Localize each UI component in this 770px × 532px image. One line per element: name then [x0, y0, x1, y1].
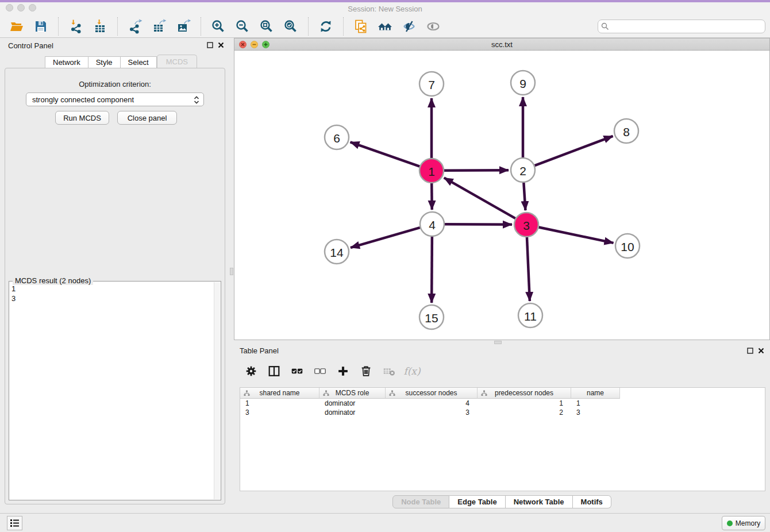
cell-successor-nodes[interactable]: 3 [386, 408, 478, 417]
graph-node-15[interactable]: 15 [419, 305, 444, 329]
cell-successor-nodes[interactable]: 4 [386, 399, 478, 408]
graph-node-9[interactable]: 9 [511, 71, 535, 95]
search-input[interactable] [598, 20, 765, 33]
edge-1-6[interactable] [351, 142, 420, 166]
control-panel-title: Control Panel [8, 41, 53, 50]
zoom-out-button[interactable] [234, 18, 251, 35]
cell-shared-name[interactable]: 3 [240, 408, 319, 417]
cell-MCDS-role[interactable]: dominator [319, 408, 386, 417]
float-panel-icon[interactable] [207, 42, 213, 48]
apply-layout-button[interactable] [317, 18, 334, 35]
cell-predecessor-nodes[interactable]: 2 [478, 408, 571, 417]
criterion-dropdown[interactable]: strongly connected component [26, 92, 204, 106]
edge-2-3[interactable] [523, 183, 525, 210]
new-network-from-selection-button[interactable] [352, 18, 369, 35]
result-scrollbar[interactable] [214, 282, 220, 499]
horizontal-split-divider[interactable] [234, 340, 770, 345]
tab-network-table[interactable]: Network Table [506, 495, 573, 508]
edge-4-15[interactable] [432, 237, 432, 303]
minimize-frame-icon[interactable] [251, 41, 258, 48]
cell-name[interactable]: 1 [571, 399, 620, 408]
graph-node-7[interactable]: 7 [419, 72, 444, 96]
cell-MCDS-role[interactable]: dominator [319, 399, 386, 408]
edge-1-2[interactable] [444, 170, 509, 171]
svg-text:4: 4 [429, 218, 436, 232]
export-image-button[interactable] [175, 18, 192, 35]
column-header-successor-nodes[interactable]: successor nodes [386, 388, 478, 399]
table-settings-button[interactable] [242, 363, 260, 380]
tab-motifs[interactable]: Motifs [573, 495, 611, 508]
float-panel-icon[interactable] [747, 348, 753, 354]
tab-node-table[interactable]: Node Table [392, 495, 449, 508]
graph-node-10[interactable]: 10 [615, 234, 640, 258]
delete-table-button[interactable] [380, 363, 398, 380]
export-network-button[interactable] [126, 18, 144, 35]
graph-node-4[interactable]: 4 [420, 212, 444, 236]
graph-node-6[interactable]: 6 [325, 125, 349, 149]
close-panel-icon[interactable] [218, 42, 224, 48]
column-header-MCDS-role[interactable]: MCDS role [319, 388, 386, 399]
graph-node-3[interactable]: 3 [514, 213, 538, 237]
close-panel-button[interactable]: Close panel [117, 111, 177, 125]
tab-edge-table[interactable]: Edge Table [449, 495, 505, 508]
column-header-name[interactable]: name [571, 388, 620, 399]
run-mcds-button[interactable]: Run MCDS [55, 111, 109, 125]
close-panel-icon[interactable] [758, 348, 764, 354]
import-table-button[interactable] [91, 18, 109, 35]
zoom-in-button[interactable] [210, 18, 227, 35]
column-header-predecessor-nodes[interactable]: predecessor nodes [478, 388, 571, 399]
graph-node-14[interactable]: 14 [325, 240, 349, 264]
memory-button[interactable]: Memory [722, 516, 765, 530]
vertical-split-divider[interactable] [230, 38, 234, 513]
edge-3-10[interactable] [539, 228, 614, 243]
deselect-all-checkboxes-button[interactable] [311, 363, 329, 380]
mcds-result-list[interactable]: 1 3 [11, 284, 213, 498]
import-network-button[interactable] [67, 18, 84, 35]
add-row-button[interactable] [334, 363, 352, 380]
cell-shared-name[interactable]: 1 [240, 399, 319, 408]
close-window-button[interactable] [6, 4, 13, 11]
edge-3-11[interactable] [527, 237, 530, 301]
delete-row-button[interactable] [357, 363, 375, 380]
tab-select[interactable]: Select [121, 56, 157, 68]
table-row[interactable]: 3dominator323 [240, 408, 765, 417]
table-row[interactable]: 1dominator411 [240, 399, 765, 408]
network-canvas[interactable]: 1234678910111415 [234, 51, 769, 340]
first-neighbors-button[interactable] [376, 18, 394, 35]
title-bar: Session: New Session [0, 2, 770, 15]
edge-4-3[interactable] [445, 224, 512, 225]
tab-style[interactable]: Style [88, 56, 121, 68]
export-table-button[interactable] [151, 18, 168, 35]
window-title: Session: New Session [0, 5, 770, 13]
divider-grip[interactable] [494, 341, 502, 344]
tab-network[interactable]: Network [45, 56, 88, 68]
graph-node-2[interactable]: 2 [511, 158, 535, 182]
save-session-button[interactable] [32, 18, 49, 35]
minimize-window-button[interactable] [17, 4, 25, 11]
edge-3-1[interactable] [444, 178, 515, 218]
show-all-button[interactable] [425, 18, 442, 35]
cell-predecessor-nodes[interactable]: 1 [478, 399, 571, 408]
edge-4-14[interactable] [351, 228, 420, 248]
maximize-frame-icon[interactable] [262, 41, 270, 48]
close-frame-icon[interactable] [239, 41, 247, 48]
function-builder-button[interactable]: f(x) [403, 363, 421, 380]
task-history-button[interactable] [7, 516, 22, 530]
cell-name[interactable]: 3 [571, 408, 620, 417]
divider-grip[interactable] [230, 268, 233, 275]
graph-node-11[interactable]: 11 [518, 303, 542, 327]
edge-2-8[interactable] [535, 136, 613, 165]
zoom-window-button[interactable] [29, 4, 36, 11]
zoom-fit-button[interactable] [258, 18, 275, 35]
graph-node-1[interactable]: 1 [419, 159, 444, 183]
show-columns-button[interactable] [265, 363, 283, 380]
open-session-button[interactable] [8, 18, 25, 35]
hide-selection-button[interactable] [401, 18, 418, 35]
zoom-selected-button[interactable] [282, 18, 299, 35]
select-all-checkboxes-button[interactable] [288, 363, 306, 380]
eye-icon [426, 19, 441, 34]
tab-mcds[interactable]: MCDS [157, 55, 197, 68]
table-toolbar: f(x) [240, 360, 424, 383]
column-header-shared-name[interactable]: shared name [240, 388, 319, 399]
graph-node-8[interactable]: 8 [614, 119, 638, 143]
